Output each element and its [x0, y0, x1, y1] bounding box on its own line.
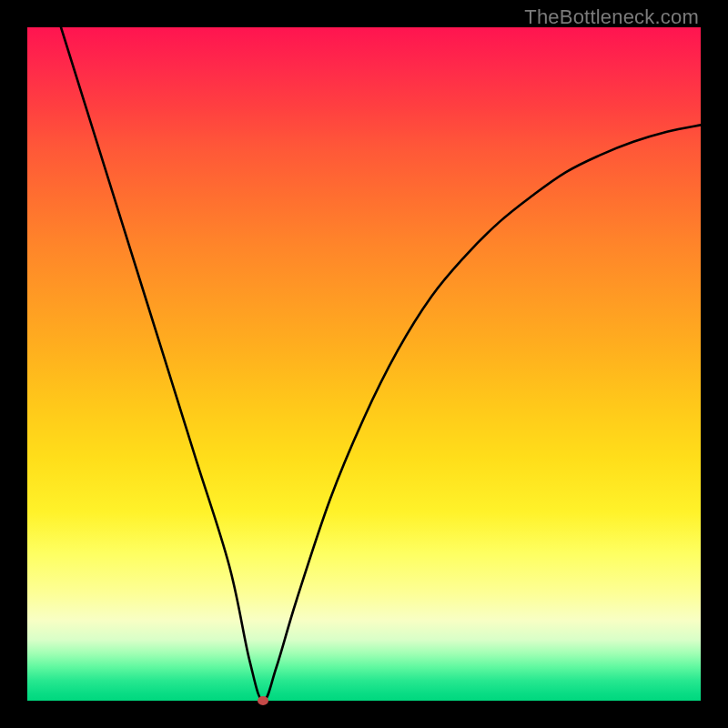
chart-frame: TheBottleneck.com [0, 0, 728, 728]
curve-svg [27, 27, 701, 701]
plot-area [27, 27, 701, 701]
optimum-marker [258, 696, 268, 705]
watermark-text: TheBottleneck.com [524, 5, 699, 29]
bottleneck-curve [61, 27, 701, 701]
